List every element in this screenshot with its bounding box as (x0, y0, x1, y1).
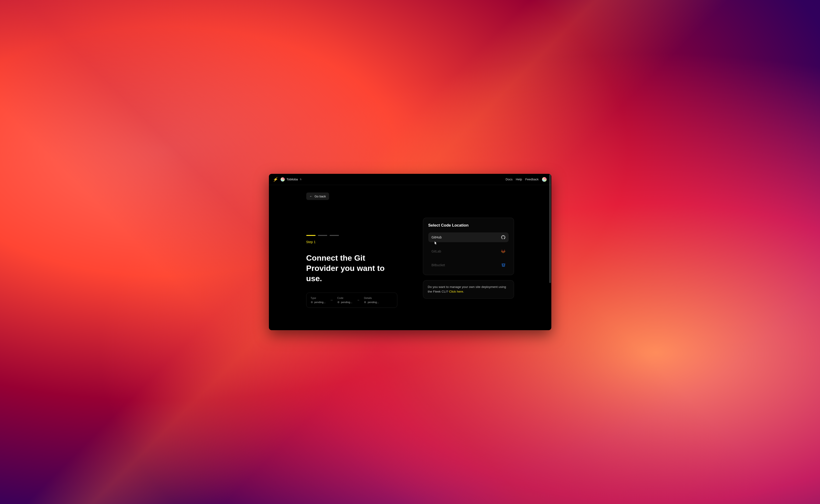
scrollbar-thumb[interactable] (549, 174, 551, 283)
app-header: ⚡ Tobiloba ⇅ Docs Help Feedback (269, 174, 551, 185)
header-left: ⚡ Tobiloba ⇅ (273, 177, 301, 182)
app-window: ⚡ Tobiloba ⇅ Docs Help Feedback ← Go bac… (269, 174, 551, 330)
pending-code: Code ⚙ pending... (337, 297, 352, 304)
pending-card: Type ⚙ pending... → Code ⚙ pending... → (306, 293, 397, 308)
cli-text-before: Do you want to manage your own site depl… (428, 285, 506, 293)
user-name: Tobiloba (287, 178, 298, 181)
pending-code-value-row: ⚙ pending... (337, 301, 352, 304)
pending-details-value-row: ⚙ pending... (364, 301, 379, 304)
provider-github-label: GitHub (432, 235, 442, 239)
nav-help[interactable]: Help (516, 178, 522, 181)
step-bar-2 (318, 235, 327, 236)
profile-avatar[interactable] (542, 177, 547, 182)
provider-bitbucket[interactable]: Bitbucket (428, 260, 509, 270)
nav-feedback[interactable]: Feedback (525, 178, 539, 181)
provider-bitbucket-label: Bitbucket (432, 263, 445, 267)
bitbucket-icon (502, 263, 505, 267)
cli-text: Do you want to manage your own site depl… (428, 285, 506, 293)
gear-icon: ⚙ (364, 301, 366, 304)
app-body: ← Go back Step 1 Connect the Git Provide… (269, 185, 551, 317)
provider-github[interactable]: GitHub (428, 232, 509, 242)
header-right: Docs Help Feedback (506, 177, 547, 182)
chevron-updown-icon: ⇅ (300, 178, 301, 181)
pending-type-label: Type (311, 297, 325, 299)
provider-list: GitHub GitLab (428, 232, 509, 270)
step-bar-1 (306, 235, 315, 236)
main-heading: Connect the Git Provider you want to use… (306, 253, 395, 284)
gitlab-icon (501, 249, 505, 253)
pending-code-label: Code (337, 297, 352, 299)
scrollbar-track[interactable] (549, 174, 551, 330)
pending-code-value: pending... (341, 301, 352, 304)
logo-lightning-icon: ⚡ (273, 177, 278, 182)
code-location-panel: Select Code Location GitHub GitLab (423, 218, 514, 275)
cli-text-after: . (463, 290, 464, 293)
panel-title: Select Code Location (428, 223, 509, 228)
pending-details-value: pending... (367, 301, 379, 304)
gear-icon: ⚙ (337, 301, 339, 304)
provider-gitlab[interactable]: GitLab (428, 246, 509, 256)
cli-panel: Do you want to manage your own site depl… (423, 280, 514, 299)
cli-link[interactable]: Click here (449, 290, 463, 293)
github-icon (501, 235, 505, 239)
pending-type-value: pending... (314, 301, 325, 304)
go-back-label: Go back (315, 195, 326, 198)
gear-icon: ⚙ (311, 301, 313, 304)
go-back-button[interactable]: ← Go back (306, 193, 329, 200)
progress-steps (306, 235, 399, 236)
step-bar-3 (329, 235, 339, 236)
pending-type: Type ⚙ pending... (311, 297, 325, 304)
arrow-left-icon: ← (309, 194, 313, 198)
avatar (280, 177, 285, 182)
nav-docs[interactable]: Docs (506, 178, 513, 181)
pending-details: Details ⚙ pending... (364, 297, 379, 304)
left-column: ← Go back Step 1 Connect the Git Provide… (306, 193, 399, 308)
step-label: Step 1 (306, 240, 399, 244)
right-column: Select Code Location GitHub GitLab (423, 193, 514, 308)
pending-type-value-row: ⚙ pending... (311, 301, 325, 304)
provider-gitlab-label: GitLab (432, 249, 441, 253)
arrow-right-icon: → (356, 298, 360, 302)
pending-details-label: Details (364, 297, 379, 299)
arrow-right-icon: → (330, 298, 333, 302)
user-selector[interactable]: Tobiloba ⇅ (280, 177, 301, 182)
